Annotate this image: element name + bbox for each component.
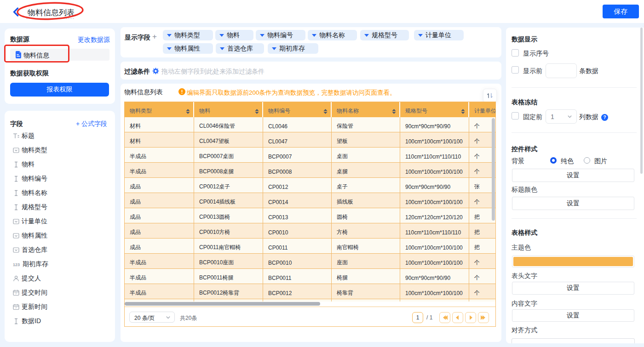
svg-text:7: 7 xyxy=(15,292,17,295)
svg-text:7: 7 xyxy=(15,307,17,309)
svg-text:123: 123 xyxy=(13,262,20,267)
